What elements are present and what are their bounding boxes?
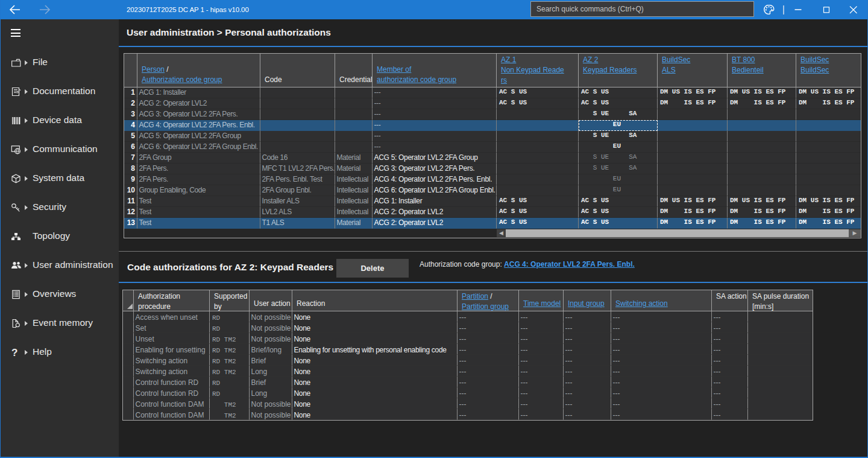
svg-text:?: ? <box>11 348 17 357</box>
